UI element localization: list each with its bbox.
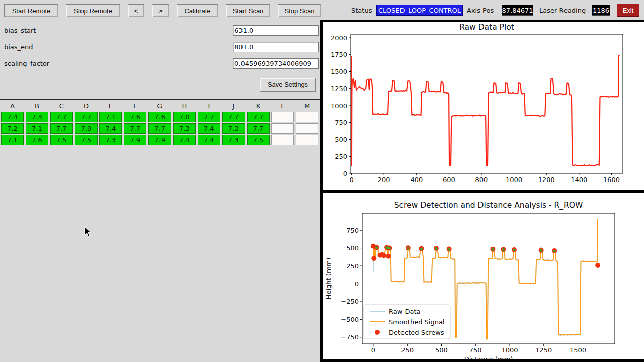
svg-text:750: 750 [335,119,347,126]
svg-text:200: 200 [378,176,390,184]
table-cell[interactable] [271,135,294,145]
table-cell[interactable]: 7.9 [148,135,171,145]
table-col-header-J: J [222,101,245,110]
table-cell[interactable] [296,135,318,145]
mouse-cursor [84,226,91,237]
table-cell[interactable]: 7.5 [50,135,73,145]
svg-text:2000: 2000 [331,34,347,42]
svg-text:Distance (mm): Distance (mm) [464,355,513,359]
raw-data-plot: 0200400600800100012001400160002505007501… [323,22,644,190]
table-cell[interactable]: 7.7 [75,112,98,122]
table-cell[interactable] [271,112,294,122]
table-cell[interactable]: 7.1 [26,123,48,134]
laser-reading-label: Laser Reading [539,7,586,14]
scaling-factor-input[interactable] [233,58,319,69]
table-cell[interactable] [271,123,294,134]
table-col-header-K: K [247,101,270,110]
svg-text:800: 800 [475,176,488,184]
svg-text:−500: −500 [341,316,359,323]
table-cell[interactable]: 7.1 [99,112,122,122]
svg-text:250: 250 [335,153,347,160]
svg-text:250: 250 [401,346,414,354]
svg-text:1750: 1750 [331,51,347,58]
table-cell[interactable]: 7.7 [50,123,73,134]
table-col-header-G: G [148,101,171,110]
svg-text:0: 0 [349,176,353,184]
table-cell[interactable]: 7.7 [148,123,171,134]
svg-text:1400: 1400 [571,176,587,184]
table-cell[interactable]: 7.6 [148,112,171,122]
table-cell[interactable]: 7.4 [198,135,220,145]
svg-text:−750: −750 [341,333,359,341]
plots-region: 0200400600800100012001400160002505007501… [320,20,644,362]
svg-text:0: 0 [355,280,359,288]
save-settings-button[interactable]: Save Settings [260,78,316,92]
table-cell[interactable]: 7.3 [222,123,245,134]
laser-reading-value: 1186 [592,5,610,16]
bias-start-input[interactable] [233,25,319,36]
scaling-factor-label: scaling_factor [4,60,49,67]
table-cell[interactable]: 7.7 [124,123,146,134]
table-cell[interactable]: 7.6 [124,112,146,122]
start-scan-button[interactable]: Start Scan [226,4,270,17]
start-remote-button[interactable]: Start Remote [4,4,58,17]
table-cell[interactable]: 7.3 [173,123,196,134]
application-window: { "toolbar": { "buttons": ["Start Remote… [0,0,644,362]
table-cell[interactable]: 7.7 [222,112,245,122]
axis-pos-label: Axis Pos [467,7,494,14]
table-cell[interactable] [296,123,318,134]
table-cell[interactable]: 7.2 [1,123,24,134]
jog-right-button[interactable]: > [152,4,169,17]
screw-detection-plot: 0250500750100012501500−750−500−250025050… [323,193,644,359]
calibrate-button[interactable]: Calibrate [177,4,218,17]
svg-text:250: 250 [346,262,359,270]
svg-text:500: 500 [335,136,347,143]
svg-text:750: 750 [469,346,482,354]
table-cell[interactable]: 7.5 [247,135,270,145]
table-cell[interactable]: 7.7 [247,123,270,134]
stop-scan-button[interactable]: Stop Scan [278,4,321,17]
svg-text:Smoothed Signal: Smoothed Signal [389,318,444,326]
status-value: CLOSED_LOOP_CONTROL [376,5,463,16]
exit-button[interactable]: Exit [617,4,639,17]
svg-text:1250: 1250 [331,85,347,93]
table-col-header-E: E [99,101,122,110]
table-col-header-A: A [1,101,24,110]
svg-text:−250: −250 [341,298,359,305]
table-col-header-D: D [75,101,98,110]
table-cell[interactable]: 7.4 [173,135,196,145]
table-cell[interactable]: 7.7 [247,112,270,122]
status-label: Status [351,7,372,14]
table-cell[interactable]: 7.7 [50,112,73,122]
table-cell[interactable]: 7.4 [198,123,220,134]
table-cell[interactable]: 7.4 [99,123,122,134]
calibration-table: ABCDEFGHIJKLM7.47.37.77.77.17.67.67.07.7… [0,99,320,148]
table-cell[interactable]: 7.5 [75,135,98,145]
stop-remote-button[interactable]: Stop Remote [66,4,120,17]
table-cell[interactable]: 7.4 [1,112,24,122]
jog-left-button[interactable]: < [128,4,144,17]
svg-text:500: 500 [435,346,448,354]
svg-text:Raw Data: Raw Data [389,308,421,315]
table-cell[interactable]: 7.3 [99,135,122,145]
table-cell[interactable]: 7.3 [222,135,245,145]
table-cell[interactable]: 7.1 [1,135,24,145]
table-cell[interactable]: 7.7 [198,112,220,122]
svg-text:Height (mm): Height (mm) [325,258,332,300]
table-cell[interactable]: 7.6 [26,135,48,145]
table-cell[interactable]: 7.0 [173,112,196,122]
svg-text:1500: 1500 [331,68,347,75]
table-cell[interactable]: 7.3 [26,112,48,122]
table-cell[interactable] [296,112,318,122]
bias-end-input[interactable] [233,42,319,52]
screw-detection-plot-canvas: 0250500750100012501500−750−500−250025050… [323,193,644,359]
table-col-header-H: H [173,101,196,110]
axis-pos-value: 87.84671 [502,5,533,16]
svg-text:1000: 1000 [501,346,518,354]
svg-text:400: 400 [410,176,423,184]
toolbar: Start Remote Stop Remote < > Calibrate S… [0,0,644,20]
raw-data-plot-canvas: 0200400600800100012001400160002505007501… [323,22,644,190]
svg-text:600: 600 [443,176,455,184]
table-cell[interactable]: 7.9 [75,123,98,134]
table-cell[interactable]: 7.9 [124,135,146,145]
